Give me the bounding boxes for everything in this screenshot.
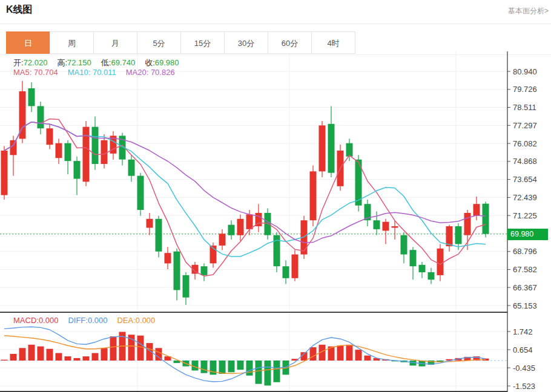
high-label: 高: [57, 58, 67, 67]
svg-text:67.582: 67.582 [513, 265, 537, 274]
svg-text:66.367: 66.367 [513, 283, 537, 292]
candles [1, 81, 489, 305]
diff-value: DIFF:0.000 [68, 316, 107, 325]
svg-text:72.439: 72.439 [513, 193, 537, 202]
interval-tabbar: 日 周 月 5分 15分 30分 60分 4时 [6, 31, 355, 54]
svg-text:0.654: 0.654 [513, 345, 533, 354]
ma-readout: MA5: 70.704MA10: 70.011MA20: 70.826 [13, 68, 175, 77]
macd-histogram [1, 332, 489, 386]
svg-text:65.153: 65.153 [513, 301, 537, 310]
low-value: 69.740 [111, 58, 135, 67]
svg-text:80.940: 80.940 [513, 67, 537, 76]
macd-value: MACD:0.000 [13, 316, 58, 325]
candlestick-chart[interactable]: 80.94079.72678.51177.29776.08274.86873.6… [0, 51, 551, 313]
tab-60min[interactable]: 60分 [268, 31, 312, 54]
svg-text:78.511: 78.511 [513, 103, 536, 112]
svg-text:-1.523: -1.523 [513, 382, 535, 391]
tab-15min[interactable]: 15分 [180, 31, 225, 54]
high-value: 72.150 [67, 58, 91, 67]
dea-value: DEA:0.000 [117, 316, 155, 325]
tab-weekly[interactable]: 周 [50, 31, 94, 54]
open-value: 72.020 [24, 58, 48, 67]
header-divider [0, 24, 551, 24]
svg-text:71.225: 71.225 [513, 211, 537, 220]
tab-daily[interactable]: 日 [6, 31, 50, 54]
svg-text:-0.435: -0.435 [513, 364, 535, 373]
close-value: 69.980 [155, 58, 179, 67]
tab-30min[interactable]: 30分 [224, 31, 268, 54]
current-price-badge: 69.980 [507, 229, 548, 240]
diff-line [4, 327, 486, 382]
ma5-value: MA5: 70.704 [13, 68, 58, 77]
fundamental-analysis-link[interactable]: 基本面分析> [508, 6, 549, 16]
svg-text:74.868: 74.868 [513, 157, 537, 166]
ohlc-readout: 开:72.020高:72.150低:69.740收:69.980 [13, 57, 189, 68]
open-label: 开: [13, 58, 24, 67]
svg-text:1.742: 1.742 [513, 327, 533, 336]
low-label: 低: [101, 58, 111, 67]
macd-readout: MACD:0.000DIFF:0.000DEA:0.000 [13, 316, 155, 325]
ma10-value: MA10: 70.011 [68, 68, 116, 77]
svg-text:73.654: 73.654 [513, 175, 537, 184]
svg-text:68.796: 68.796 [513, 247, 537, 256]
page-title: K线图 [6, 4, 33, 16]
ma20-value: MA20: 70.826 [126, 68, 175, 77]
tab-monthly[interactable]: 月 [93, 31, 137, 54]
ma20-line [4, 122, 486, 243]
tab-5min[interactable]: 5分 [137, 31, 181, 54]
svg-text:79.726: 79.726 [513, 85, 537, 94]
close-label: 收: [145, 58, 155, 67]
tab-4hour[interactable]: 4时 [311, 31, 355, 54]
svg-text:76.082: 76.082 [513, 139, 537, 148]
svg-text:77.297: 77.297 [513, 121, 537, 130]
